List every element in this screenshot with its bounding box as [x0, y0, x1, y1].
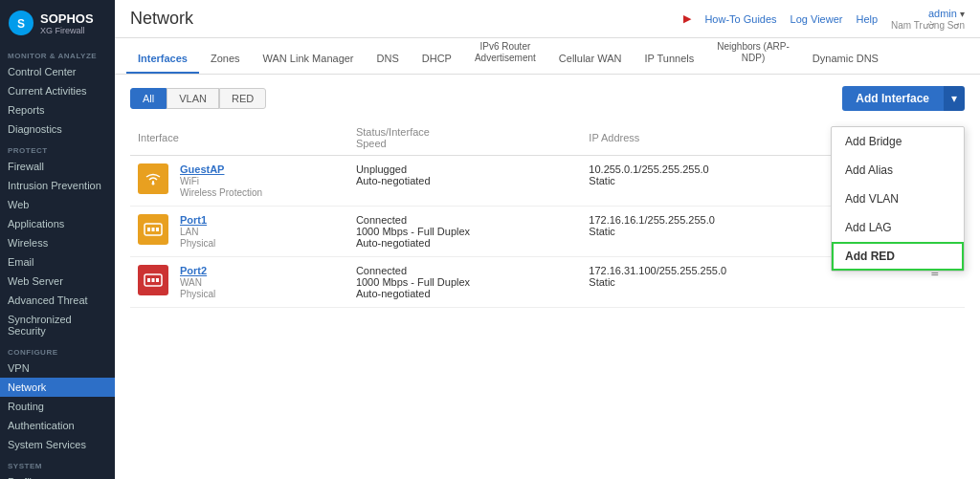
iface-type-port2: WAN [180, 277, 202, 288]
sidebar-item-profiles[interactable]: Profiles [0, 472, 115, 479]
how-to-guides-link[interactable]: How-To Guides [704, 13, 776, 25]
tab-cellular-wan[interactable]: Cellular WAN [547, 45, 634, 74]
wifi-icon [144, 171, 163, 186]
svg-point-2 [152, 183, 155, 185]
section-label-monitor: Monitor & Analyze [0, 44, 115, 62]
tabs-bar: Interfaces Zones WAN Link Manager DNS DH… [115, 38, 980, 75]
sophos-logo-icon: S [8, 10, 34, 36]
svg-rect-4 [147, 228, 150, 231]
dropdown-add-red[interactable]: Add RED [832, 242, 964, 271]
svg-rect-6 [156, 228, 159, 231]
sidebar-item-web[interactable]: Web [0, 195, 115, 214]
iface-name-port1[interactable]: Port1 [180, 214, 207, 226]
sidebar-item-firewall[interactable]: Firewall [0, 157, 115, 176]
sidebar-item-system-services[interactable]: System Services [0, 435, 115, 454]
iface-type-port1: LAN [180, 227, 198, 237]
sidebar: S SOPHOS XG Firewall Monitor & Analyze C… [0, 0, 115, 479]
iface-icon-port1 [138, 214, 168, 245]
wan-icon [143, 272, 164, 289]
section-label-system: System [0, 454, 115, 472]
sidebar-item-applications[interactable]: Applications [0, 214, 115, 233]
tab-zones[interactable]: Zones [199, 45, 252, 74]
iface-name-guestap[interactable]: GuestAP [180, 163, 224, 175]
iface-subtype-port1: Physical [180, 238, 215, 249]
add-interface-button[interactable]: Add Interface [842, 86, 943, 111]
sidebar-item-diagnostics[interactable]: Diagnostics [0, 120, 115, 139]
iface-status-port1: Connected 1000 Mbps - Full Duplex Auto-n… [348, 207, 581, 257]
dropdown-add-alias[interactable]: Add Alias [832, 156, 964, 185]
admin-name[interactable]: admin [928, 8, 957, 19]
section-label-configure: Configure [0, 340, 115, 359]
sidebar-item-web-server[interactable]: Web Server [0, 272, 115, 291]
page-title: Network [130, 9, 193, 29]
iface-status-guestap: Unplugged Auto-negotiated [348, 156, 581, 207]
sidebar-item-wireless[interactable]: Wireless [0, 233, 115, 252]
col-status: Status/InterfaceSpeed [348, 120, 581, 156]
sidebar-item-advanced-threat[interactable]: Advanced Threat [0, 291, 115, 310]
iface-type-guestap: WiFi [180, 176, 199, 186]
add-interface-arrow-button[interactable]: ▾ [943, 86, 965, 111]
sidebar-logo: S SOPHOS XG Firewall [0, 0, 115, 44]
dropdown-add-lag[interactable]: Add LAG [832, 213, 964, 242]
dropdown-add-vlan[interactable]: Add VLAN [832, 185, 964, 213]
sidebar-item-authentication[interactable]: Authentication [0, 416, 115, 435]
sophos-logo-text: SOPHOS [40, 11, 94, 26]
tab-ipv6-router[interactable]: IPv6 RouterAdvertisement [463, 38, 547, 74]
topbar: Network ▶ How-To Guides Log Viewer Help … [115, 0, 980, 38]
filter-vlan[interactable]: VLAN [167, 88, 219, 109]
add-interface-group: Add Interface ▾ [842, 86, 965, 111]
main-content: Network ▶ How-To Guides Log Viewer Help … [115, 0, 980, 479]
sidebar-item-vpn[interactable]: VPN [0, 359, 115, 378]
iface-subtype-guestap: Wireless Protection [180, 187, 262, 198]
iface-icon-port2 [138, 265, 168, 295]
topbar-right: ▶ How-To Guides Log Viewer Help admin ▾ … [683, 8, 965, 31]
svg-rect-5 [152, 228, 155, 231]
svg-rect-9 [152, 278, 155, 282]
iface-name-cell-port1: Port1 LAN Physical [172, 207, 348, 257]
iface-name-cell-port2: Port2 WAN Physical [172, 257, 348, 308]
filter-bar: All VLAN RED Add Interface ▾ [130, 86, 965, 111]
iface-ip-port2: 172.16.31.100/255.255.255.0 Static [581, 257, 857, 308]
col-interface: Interface [130, 120, 348, 156]
svg-rect-10 [156, 278, 159, 282]
tab-ip-tunnels[interactable]: IP Tunnels [633, 45, 705, 74]
dropdown-menu: Add Bridge Add Alias Add VLAN Add LAG Ad… [831, 126, 965, 272]
iface-name-port2[interactable]: Port2 [180, 265, 207, 276]
tab-neighbors[interactable]: Neighbors (ARP-NDP) [705, 38, 801, 74]
dropdown-add-bridge[interactable]: Add Bridge [832, 127, 964, 156]
sophos-logo-sub: XG Firewall [40, 26, 94, 35]
admin-block: admin ▾ Nam Trường Sơn [891, 8, 965, 31]
sidebar-item-current-activities[interactable]: Current Activities [0, 81, 115, 100]
tab-dynamic-dns[interactable]: Dynamic DNS [801, 45, 890, 74]
help-link[interactable]: Help [856, 13, 878, 25]
iface-name-cell-guestap: GuestAP WiFi Wireless Protection [172, 156, 348, 207]
iface-icon-guestap [138, 163, 168, 194]
filter-all[interactable]: All [130, 88, 167, 109]
tab-dhcp[interactable]: DHCP [411, 45, 463, 74]
sidebar-item-intrusion-prevention[interactable]: Intrusion Prevention [0, 176, 115, 195]
iface-status-port2: Connected 1000 Mbps - Full Duplex Auto-n… [348, 257, 581, 308]
sidebar-item-routing[interactable]: Routing [0, 397, 115, 416]
iface-ip-port1: 172.16.16.1/255.255.255.0 Static [581, 207, 857, 257]
admin-sub: Nam Trường Sơn [891, 20, 965, 31]
filter-red[interactable]: RED [219, 88, 266, 109]
lan-icon [143, 221, 164, 238]
sidebar-item-synchronized-security[interactable]: Synchronized Security [0, 310, 115, 340]
section-label-protect: Protect [0, 139, 115, 157]
iface-subtype-port2: Physical [180, 289, 215, 299]
log-viewer-link[interactable]: Log Viewer [791, 13, 843, 25]
svg-text:S: S [17, 17, 25, 31]
filter-group: All VLAN RED [130, 88, 266, 109]
tab-dns[interactable]: DNS [366, 45, 411, 74]
sidebar-item-network[interactable]: Network [0, 378, 115, 397]
iface-ip-guestap: 10.255.0.1/255.255.255.0 Static [581, 156, 857, 207]
svg-rect-8 [147, 278, 150, 282]
tab-interfaces[interactable]: Interfaces [126, 45, 199, 74]
camera-icon: ▶ [683, 12, 691, 25]
col-ip: IP Address [581, 120, 857, 156]
tab-wan-link-manager[interactable]: WAN Link Manager [252, 45, 366, 74]
content-area: All VLAN RED Add Interface ▾ Interface S… [115, 75, 980, 479]
sidebar-item-reports[interactable]: Reports [0, 100, 115, 120]
sidebar-item-control-center[interactable]: Control Center [0, 62, 115, 81]
sidebar-item-email[interactable]: Email [0, 252, 115, 272]
